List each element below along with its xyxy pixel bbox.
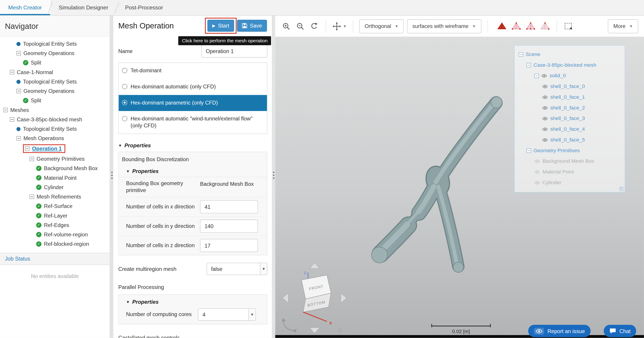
render-mode-dropdown[interactable]: surfaces with wireframe ▼ bbox=[407, 19, 481, 33]
visibility-eye-icon[interactable] bbox=[542, 138, 548, 142]
projection-dropdown[interactable]: Orthogonal ▼ bbox=[359, 19, 404, 33]
tree-item-ref-surface[interactable]: ✓Ref-Surface bbox=[0, 201, 110, 211]
tree-item-topological-entity-sets[interactable]: Topological Entity Sets bbox=[0, 39, 110, 48]
tree-item-ref-volume-region[interactable]: ✓Ref-volume-region bbox=[0, 230, 110, 239]
visibility-eye-icon[interactable] bbox=[542, 127, 548, 131]
visibility-eye-icon[interactable] bbox=[534, 170, 540, 174]
collapse-icon[interactable] bbox=[3, 108, 8, 112]
collapse-icon[interactable] bbox=[16, 51, 21, 56]
cube-arrow-right-icon[interactable] bbox=[341, 293, 346, 303]
tree-item-operation-1[interactable]: Operation 1 bbox=[0, 143, 110, 154]
visibility-eye-icon[interactable] bbox=[542, 95, 548, 99]
tree-item-topological-entity-sets[interactable]: Topological Entity Sets bbox=[0, 124, 110, 134]
collapse-icon[interactable] bbox=[526, 148, 531, 153]
algo-option-tet-dominant[interactable]: Tet-dominant bbox=[119, 63, 267, 79]
tab-simulation-designer[interactable]: Simulation Designer bbox=[50, 0, 116, 15]
visibility-eye-icon[interactable] bbox=[541, 74, 547, 78]
zoom-in-icon[interactable] bbox=[281, 21, 292, 32]
chat-button[interactable]: Chat bbox=[604, 325, 636, 337]
cube-arrow-up-icon[interactable] bbox=[310, 263, 320, 269]
viewport-canvas[interactable]: SceneCase-3-85pc-blocked meshsolid_0shel… bbox=[275, 37, 644, 338]
tetrahedron-outline-icon-3[interactable] bbox=[540, 21, 550, 32]
start-button[interactable]: ▶ Start bbox=[207, 20, 234, 32]
radio-icon[interactable] bbox=[122, 116, 127, 121]
scene-item-case-3-85pc-blocked-mesh[interactable]: Case-3-85pc-blocked mesh bbox=[514, 60, 624, 70]
collapse-icon[interactable] bbox=[16, 89, 21, 93]
job-status-header[interactable]: Job Status bbox=[0, 253, 110, 265]
cube-arrow-down-icon[interactable] bbox=[310, 328, 320, 333]
property-input[interactable]: 41 bbox=[200, 200, 258, 214]
tree-item-split[interactable]: ✓Split bbox=[0, 96, 110, 105]
tab-mesh-creator[interactable]: Mesh Creator bbox=[0, 0, 50, 15]
collapse-icon[interactable] bbox=[10, 70, 14, 74]
cube-arrow-left-icon[interactable] bbox=[283, 293, 288, 303]
scene-item-cylinder[interactable]: Cylinder bbox=[514, 177, 624, 188]
scene-item-background-mesh-box[interactable]: Background Mesh Box bbox=[514, 156, 624, 167]
algo-option-hex-dominant-parametric-only-cfd[interactable]: Hex-dominant parametric (only CFD) bbox=[119, 95, 267, 111]
tree-item-mesh-refinements[interactable]: Mesh Refinements bbox=[0, 192, 110, 201]
panel-splitter-left[interactable]: ••• bbox=[110, 16, 113, 338]
tree-item-ref-layer[interactable]: ✓Ref-Layer bbox=[0, 211, 110, 220]
tree-item-ref-blocked-region[interactable]: ✓Ref-blocked-region bbox=[0, 239, 110, 249]
scene-item-solid-0[interactable]: solid_0 bbox=[514, 70, 624, 81]
chevron-down-icon[interactable]: ▼ bbox=[248, 309, 255, 320]
properties-subheader[interactable]: ▼ Properties bbox=[126, 299, 267, 305]
computing-cores-select[interactable]: 4 ▼ bbox=[198, 308, 256, 321]
rotate-view-icon[interactable] bbox=[282, 318, 296, 333]
tree-item-meshes[interactable]: Meshes bbox=[0, 105, 110, 115]
tree-item-geometry-operations[interactable]: Geometry Operations bbox=[0, 49, 110, 58]
tree-item-material-point[interactable]: ✓Material Point bbox=[0, 173, 110, 182]
report-issue-button[interactable]: Report an issue bbox=[528, 325, 590, 337]
collapse-icon[interactable] bbox=[16, 136, 21, 141]
tree-item-mesh-operations[interactable]: Mesh Operations bbox=[0, 134, 110, 143]
collapse-icon[interactable] bbox=[30, 194, 34, 199]
collapse-icon[interactable] bbox=[25, 146, 30, 151]
tree-item-case-1-normal[interactable]: Case-1-Normal bbox=[0, 67, 110, 77]
collapse-icon[interactable] bbox=[30, 157, 34, 161]
save-button[interactable]: Save bbox=[237, 20, 267, 32]
tree-item-case-3-85pc-blocked-mesh[interactable]: Case-3-85pc-blocked mesh bbox=[0, 115, 110, 124]
chevron-down-icon[interactable]: ▼ bbox=[260, 263, 267, 275]
zoom-out-icon[interactable] bbox=[295, 21, 306, 32]
scene-item-material-point[interactable]: Material Point bbox=[514, 167, 624, 177]
name-input[interactable]: Operation 1 bbox=[201, 44, 268, 58]
visibility-eye-icon[interactable] bbox=[542, 117, 548, 120]
radio-icon[interactable] bbox=[122, 84, 127, 89]
pan-tool-dropdown[interactable]: ▼ bbox=[332, 22, 346, 31]
property-input[interactable]: 17 bbox=[200, 239, 258, 252]
tree-item-cylinder[interactable]: ✓Cylinder bbox=[0, 182, 110, 192]
refresh-icon[interactable] bbox=[309, 21, 320, 32]
scene-item-geometry-primitives[interactable]: Geometry Primitives bbox=[514, 145, 624, 156]
home-view-icon[interactable]: ⌂ bbox=[338, 325, 342, 333]
tab-post-processor[interactable]: Post-Processor bbox=[117, 0, 171, 15]
tree-item-topological-entity-sets[interactable]: Topological Entity Sets bbox=[0, 77, 110, 86]
tree-item-geometry-primitives[interactable]: Geometry Primitives bbox=[0, 154, 110, 164]
tree-item-background-mesh-box[interactable]: ✓Background Mesh Box bbox=[0, 164, 110, 173]
scene-item-shell-0-face-4[interactable]: shell_0_face_4 bbox=[514, 124, 624, 135]
tetrahedron-outline-icon-1[interactable] bbox=[511, 21, 522, 32]
properties-header[interactable]: ▼ Properties bbox=[118, 142, 267, 149]
tree-item-geometry-operations[interactable]: Geometry Operations bbox=[0, 86, 110, 96]
visibility-eye-icon[interactable] bbox=[534, 159, 540, 163]
collapse-icon[interactable] bbox=[534, 73, 539, 78]
collapse-icon[interactable] bbox=[526, 63, 531, 67]
scene-item-shell-0-face-3[interactable]: shell_0_face_3 bbox=[514, 113, 624, 124]
visibility-eye-icon[interactable] bbox=[542, 106, 548, 110]
multiregion-select[interactable]: false ▼ bbox=[206, 263, 268, 275]
visibility-eye-icon[interactable] bbox=[542, 84, 548, 88]
visibility-eye-icon[interactable] bbox=[534, 181, 540, 184]
properties-subheader[interactable]: ▼ Properties bbox=[126, 168, 267, 175]
scene-item-scene[interactable]: Scene bbox=[514, 49, 624, 60]
algo-option-hex-dominant-automatic-wind-tunnel-external-flow-only-cfd[interactable]: Hex-dominant automatic "wind-tunnel/exte… bbox=[119, 111, 267, 134]
collapse-icon[interactable] bbox=[519, 52, 523, 56]
box-select-icon[interactable] bbox=[563, 21, 574, 32]
algo-option-hex-dominant-automatic-only-cfd[interactable]: Hex-dominant automatic (only CFD) bbox=[119, 79, 267, 95]
orientation-cube[interactable]: z FRONT BOTTOM x ⌂ bbox=[281, 260, 353, 336]
tetrahedron-outline-icon-2[interactable] bbox=[525, 21, 536, 32]
panel-splitter-right[interactable]: ••• bbox=[272, 16, 275, 338]
more-dropdown[interactable]: More ▼ bbox=[608, 19, 638, 33]
radio-icon[interactable] bbox=[122, 68, 127, 73]
property-input[interactable]: 140 bbox=[200, 220, 258, 233]
scene-item-shell-0-face-0[interactable]: shell_0_face_0 bbox=[514, 81, 624, 92]
tree-item-split[interactable]: ✓Split bbox=[0, 58, 110, 67]
